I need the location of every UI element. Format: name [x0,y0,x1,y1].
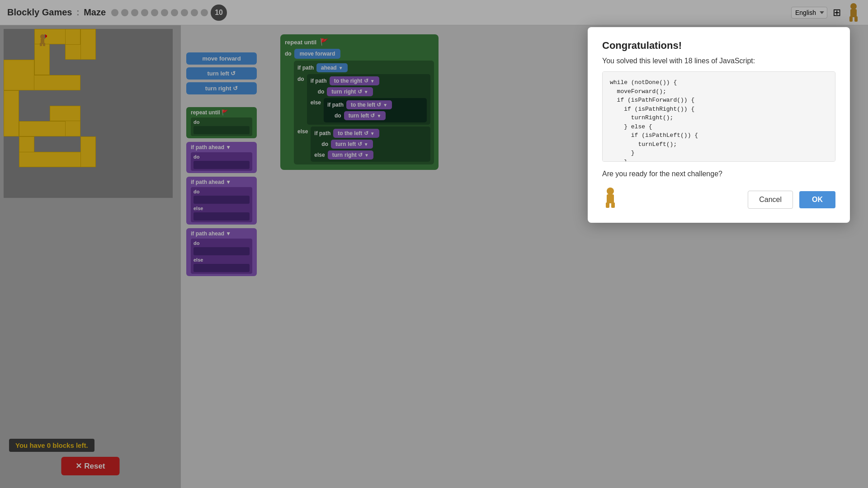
cancel-button[interactable]: Cancel [748,191,793,209]
ok-button[interactable]: OK [799,191,835,208]
svg-point-10 [607,188,614,195]
svg-rect-13 [611,202,615,208]
dialog-footer: Cancel OK [602,187,835,212]
dialog-challenge-text: Are you ready for the next challenge? [602,170,835,178]
dialog-overlay: Congratulations! You solved this level w… [0,0,868,488]
dialog-subtitle: You solved this level with 18 lines of J… [602,57,835,65]
dialog-title: Congratulations! [602,40,835,52]
congratulations-dialog: Congratulations! You solved this level w… [588,27,850,223]
dialog-avatar [602,187,618,212]
avatar-figure [602,187,618,209]
svg-rect-11 [607,194,614,203]
code-display[interactable]: while (notDone()) { moveForward(); if (i… [602,71,835,162]
svg-rect-12 [606,202,609,208]
